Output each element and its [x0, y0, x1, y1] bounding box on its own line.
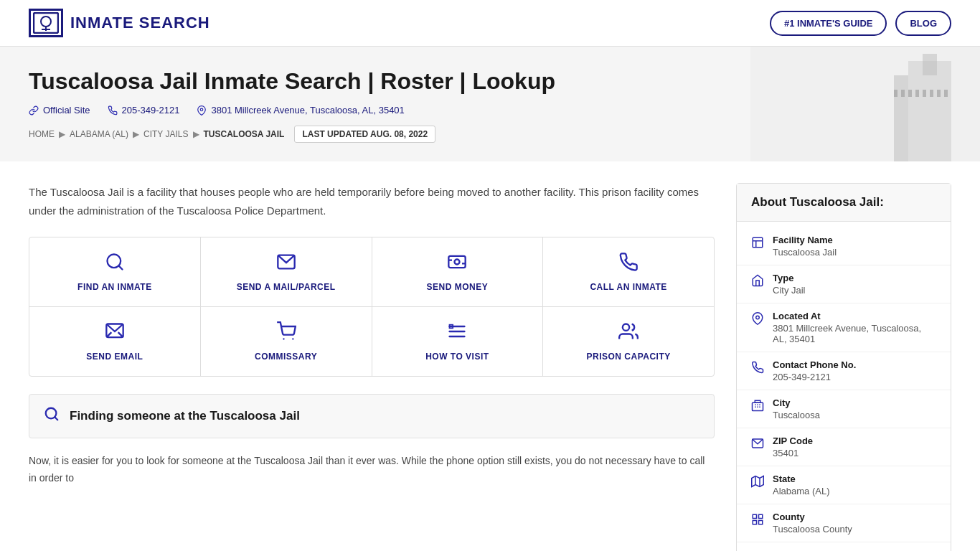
zip-value: 35401	[773, 448, 936, 458]
type-value: City Jail	[773, 285, 936, 296]
svg-rect-55	[759, 521, 763, 524]
hero-image	[750, 47, 980, 161]
call-inmate-label: CALL AN INMATE	[590, 282, 666, 292]
commissary-label: COMMISSARY	[255, 352, 317, 362]
send-mail-label: SEND A MAIL/PARCEL	[237, 282, 336, 292]
header-nav: #1 INMATE'S GUIDE BLOG	[770, 11, 951, 36]
svg-point-1	[41, 17, 51, 27]
zip-content: ZIP Code 35401	[773, 435, 936, 458]
sidebar-card-title: About Tuscaloosa Jail:	[737, 184, 951, 222]
phone-icon-sidebar	[751, 361, 764, 377]
find-inmate-label: FIND AN INMATE	[77, 282, 152, 292]
logo-svg	[33, 12, 59, 34]
map-icon	[751, 475, 764, 491]
action-row-1: FIND AN INMATE SEND A MAIL/PARCEL SEND M…	[29, 237, 714, 307]
city-icon	[751, 399, 764, 415]
call-inmate-cell[interactable]: CALL AN INMATE	[543, 237, 714, 306]
link-icon	[29, 105, 39, 116]
official-site-link[interactable]: Official Site	[29, 105, 90, 116]
phone-label: Contact Phone No.	[773, 359, 936, 370]
svg-rect-41	[755, 400, 760, 402]
facility-name-value: Tuscaloosa Jail	[773, 247, 936, 258]
right-sidebar: About Tuscaloosa Jail: Facility Name Tus…	[736, 183, 951, 551]
sidebar-row-location: Located At 3801 Millcreek Avenue, Tuscal…	[737, 303, 951, 352]
how-to-visit-label: HOW TO VISIT	[425, 352, 489, 362]
last-updated: LAST UPDATED AUG. 08, 2022	[294, 126, 435, 143]
left-content: The Tuscaloosa Jail is a facility that h…	[29, 183, 715, 551]
breadcrumb-alabama[interactable]: ALABAMA (AL)	[70, 129, 128, 139]
find-inmate-icon	[105, 252, 125, 276]
blog-button[interactable]: BLOG	[895, 11, 951, 36]
type-label: Type	[773, 273, 936, 283]
send-mail-cell[interactable]: SEND A MAIL/PARCEL	[201, 237, 372, 306]
commissary-cell[interactable]: COMMISSARY	[201, 307, 372, 376]
svg-rect-54	[753, 521, 756, 524]
logo-area: INMATE SEARCH	[29, 9, 210, 37]
svg-marker-49	[752, 476, 764, 487]
inmates-guide-button[interactable]: #1 INMATE'S GUIDE	[770, 11, 887, 36]
sidebar-row-zip: ZIP Code 35401	[737, 428, 951, 466]
facility-name-content: Facility Name Tuscaloosa Jail	[773, 235, 936, 258]
how-to-visit-icon	[447, 321, 467, 346]
find-section: Finding someone at the Tuscaloosa Jail	[29, 394, 715, 438]
hero-section: Tuscaloosa Jail Inmate Search | Roster |…	[0, 47, 980, 161]
send-email-icon	[105, 321, 125, 346]
svg-point-39	[756, 316, 760, 319]
breadcrumb-current: TUSCALOOSA JAIL	[204, 129, 285, 139]
county-content: County Tuscaloosa County	[773, 512, 936, 534]
logo-title: INMATE SEARCH	[70, 14, 210, 32]
building-icon	[751, 236, 764, 253]
address-item: 3801 Millcreek Avenue, Tuscaloosa, AL, 3…	[197, 105, 404, 116]
svg-rect-53	[759, 514, 763, 518]
sidebar-row-city: City Tuscaloosa	[737, 390, 951, 428]
phone-icon-hero	[108, 105, 118, 116]
location-icon-hero	[197, 105, 207, 116]
breadcrumb-city-jails[interactable]: CITY JAILS	[143, 129, 188, 139]
location-content: Located At 3801 Millcreek Avenue, Tuscal…	[773, 311, 936, 344]
action-grid: FIND AN INMATE SEND A MAIL/PARCEL SEND M…	[29, 237, 715, 377]
svg-line-18	[118, 265, 122, 269]
phone-value: 205-349-2121	[773, 372, 936, 382]
sidebar-row-official-site: Official Site	[737, 542, 951, 551]
zip-icon	[751, 437, 764, 453]
commissary-icon	[276, 321, 296, 346]
send-money-icon	[447, 252, 467, 276]
send-money-cell[interactable]: SEND MONEY	[372, 237, 544, 306]
prison-capacity-cell[interactable]: PRISON CAPACITY	[543, 307, 714, 376]
prison-illustration	[750, 47, 980, 161]
state-content: State Alabama (AL)	[773, 474, 936, 496]
city-label: City	[773, 397, 936, 408]
location-label: Located At	[773, 311, 936, 321]
find-inmate-cell[interactable]: FIND AN INMATE	[29, 237, 201, 306]
breadcrumb-home[interactable]: HOME	[29, 129, 55, 139]
sidebar-row-type: Type City Jail	[737, 265, 951, 303]
send-email-label: SEND EMAIL	[86, 352, 143, 362]
paragraph-content: Now, it is easier for you to look for so…	[29, 453, 715, 487]
page-title: Tuscaloosa Jail Inmate Search | Roster |…	[29, 68, 951, 95]
send-email-cell[interactable]: SEND EMAIL	[29, 307, 201, 376]
action-row-2: SEND EMAIL COMMISSARY HOW TO VISIT	[29, 307, 714, 376]
description-text: The Tuscaloosa Jail is a facility that h…	[29, 183, 715, 220]
main-content: The Tuscaloosa Jail is a facility that h…	[0, 161, 980, 551]
county-value: Tuscaloosa County	[773, 524, 936, 534]
sidebar-row-facility: Facility Name Tuscaloosa Jail	[737, 227, 951, 265]
city-content: City Tuscaloosa	[773, 397, 936, 420]
hero-meta: Official Site 205-349-2121 3801 Millcree…	[29, 105, 951, 116]
svg-point-28	[292, 338, 293, 339]
type-content: Type City Jail	[773, 273, 936, 296]
zip-label: ZIP Code	[773, 435, 936, 446]
facility-name-label: Facility Name	[773, 235, 936, 245]
svg-point-33	[623, 324, 629, 331]
call-inmate-icon	[618, 252, 639, 276]
state-label: State	[773, 474, 936, 484]
sidebar-row-state: State Alabama (AL)	[737, 466, 951, 504]
svg-line-35	[55, 417, 57, 420]
breadcrumb: HOME ▶ ALABAMA (AL) ▶ CITY JAILS ▶ TUSCA…	[29, 126, 951, 143]
phone-content: Contact Phone No. 205-349-2121	[773, 359, 936, 382]
state-value: Alabama (AL)	[773, 486, 936, 496]
type-icon	[751, 274, 764, 291]
header: INMATE SEARCH #1 INMATE'S GUIDE BLOG	[0, 0, 980, 47]
phone-link[interactable]: 205-349-2121	[108, 105, 180, 116]
svg-point-16	[201, 108, 204, 111]
how-to-visit-cell[interactable]: HOW TO VISIT	[372, 307, 544, 376]
